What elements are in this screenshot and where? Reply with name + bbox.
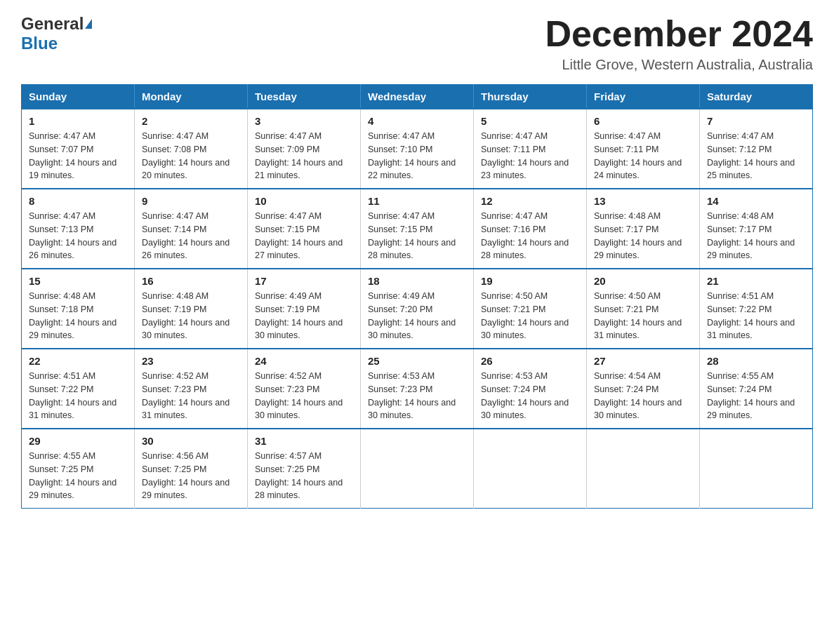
day-cell: 11 Sunrise: 4:47 AMSunset: 7:15 PMDaylig… <box>361 189 474 269</box>
week-row-4: 22 Sunrise: 4:51 AMSunset: 7:22 PMDaylig… <box>22 349 813 429</box>
day-number: 27 <box>594 355 692 367</box>
day-number: 24 <box>255 355 353 367</box>
logo: General Blue <box>21 14 92 53</box>
day-cell: 3 Sunrise: 4:47 AMSunset: 7:09 PMDayligh… <box>248 109 361 189</box>
day-number: 14 <box>707 195 805 207</box>
day-number: 13 <box>594 195 692 207</box>
day-cell: 20 Sunrise: 4:50 AMSunset: 7:21 PMDaylig… <box>587 269 700 349</box>
day-info: Sunrise: 4:52 AMSunset: 7:23 PMDaylight:… <box>142 371 230 420</box>
day-info: Sunrise: 4:47 AMSunset: 7:12 PMDaylight:… <box>707 131 795 180</box>
day-cell: 31 Sunrise: 4:57 AMSunset: 7:25 PMDaylig… <box>248 429 361 509</box>
day-number: 16 <box>142 275 240 287</box>
day-info: Sunrise: 4:57 AMSunset: 7:25 PMDaylight:… <box>255 451 343 500</box>
logo-text-general: General <box>21 14 84 34</box>
day-cell: 17 Sunrise: 4:49 AMSunset: 7:19 PMDaylig… <box>248 269 361 349</box>
day-number: 1 <box>29 115 127 127</box>
day-number: 4 <box>368 115 466 127</box>
col-wednesday: Wednesday <box>361 85 474 109</box>
day-cell: 24 Sunrise: 4:52 AMSunset: 7:23 PMDaylig… <box>248 349 361 429</box>
day-info: Sunrise: 4:51 AMSunset: 7:22 PMDaylight:… <box>707 291 795 340</box>
day-number: 28 <box>707 355 805 367</box>
day-info: Sunrise: 4:48 AMSunset: 7:18 PMDaylight:… <box>29 291 117 340</box>
day-cell: 21 Sunrise: 4:51 AMSunset: 7:22 PMDaylig… <box>700 269 813 349</box>
day-number: 15 <box>29 275 127 287</box>
page-header: General Blue December 2024 Little Grove,… <box>21 14 813 73</box>
day-info: Sunrise: 4:51 AMSunset: 7:22 PMDaylight:… <box>29 371 117 420</box>
day-number: 18 <box>368 275 466 287</box>
day-cell: 29 Sunrise: 4:55 AMSunset: 7:25 PMDaylig… <box>22 429 135 509</box>
day-cell: 23 Sunrise: 4:52 AMSunset: 7:23 PMDaylig… <box>135 349 248 429</box>
location-subtitle: Little Grove, Western Australia, Austral… <box>545 57 813 73</box>
day-cell: 10 Sunrise: 4:47 AMSunset: 7:15 PMDaylig… <box>248 189 361 269</box>
day-cell: 4 Sunrise: 4:47 AMSunset: 7:10 PMDayligh… <box>361 109 474 189</box>
day-info: Sunrise: 4:48 AMSunset: 7:17 PMDaylight:… <box>707 211 795 260</box>
day-cell: 12 Sunrise: 4:47 AMSunset: 7:16 PMDaylig… <box>474 189 587 269</box>
col-monday: Monday <box>135 85 248 109</box>
month-title: December 2024 <box>545 14 813 54</box>
day-info: Sunrise: 4:54 AMSunset: 7:24 PMDaylight:… <box>594 371 682 420</box>
day-info: Sunrise: 4:49 AMSunset: 7:19 PMDaylight:… <box>255 291 343 340</box>
day-cell <box>700 429 813 509</box>
day-cell: 14 Sunrise: 4:48 AMSunset: 7:17 PMDaylig… <box>700 189 813 269</box>
day-info: Sunrise: 4:53 AMSunset: 7:24 PMDaylight:… <box>481 371 569 420</box>
col-friday: Friday <box>587 85 700 109</box>
day-number: 19 <box>481 275 579 287</box>
day-cell: 22 Sunrise: 4:51 AMSunset: 7:22 PMDaylig… <box>22 349 135 429</box>
day-cell: 15 Sunrise: 4:48 AMSunset: 7:18 PMDaylig… <box>22 269 135 349</box>
day-number: 29 <box>29 435 127 447</box>
day-cell: 18 Sunrise: 4:49 AMSunset: 7:20 PMDaylig… <box>361 269 474 349</box>
day-cell: 13 Sunrise: 4:48 AMSunset: 7:17 PMDaylig… <box>587 189 700 269</box>
title-area: December 2024 Little Grove, Western Aust… <box>545 14 813 73</box>
day-number: 26 <box>481 355 579 367</box>
day-info: Sunrise: 4:47 AMSunset: 7:13 PMDaylight:… <box>29 211 117 260</box>
day-cell: 25 Sunrise: 4:53 AMSunset: 7:23 PMDaylig… <box>361 349 474 429</box>
week-row-1: 1 Sunrise: 4:47 AMSunset: 7:07 PMDayligh… <box>22 109 813 189</box>
day-info: Sunrise: 4:47 AMSunset: 7:11 PMDaylight:… <box>481 131 569 180</box>
day-info: Sunrise: 4:47 AMSunset: 7:15 PMDaylight:… <box>368 211 456 260</box>
day-info: Sunrise: 4:47 AMSunset: 7:10 PMDaylight:… <box>368 131 456 180</box>
day-number: 5 <box>481 115 579 127</box>
day-number: 11 <box>368 195 466 207</box>
day-info: Sunrise: 4:55 AMSunset: 7:24 PMDaylight:… <box>707 371 795 420</box>
day-cell: 19 Sunrise: 4:50 AMSunset: 7:21 PMDaylig… <box>474 269 587 349</box>
day-cell: 26 Sunrise: 4:53 AMSunset: 7:24 PMDaylig… <box>474 349 587 429</box>
day-info: Sunrise: 4:47 AMSunset: 7:08 PMDaylight:… <box>142 131 230 180</box>
day-cell: 8 Sunrise: 4:47 AMSunset: 7:13 PMDayligh… <box>22 189 135 269</box>
day-info: Sunrise: 4:47 AMSunset: 7:11 PMDaylight:… <box>594 131 682 180</box>
day-info: Sunrise: 4:48 AMSunset: 7:17 PMDaylight:… <box>594 211 682 260</box>
day-cell: 2 Sunrise: 4:47 AMSunset: 7:08 PMDayligh… <box>135 109 248 189</box>
day-info: Sunrise: 4:47 AMSunset: 7:07 PMDaylight:… <box>29 131 117 180</box>
day-number: 30 <box>142 435 240 447</box>
logo-text-blue: Blue <box>21 34 58 53</box>
col-sunday: Sunday <box>22 85 135 109</box>
day-info: Sunrise: 4:50 AMSunset: 7:21 PMDaylight:… <box>481 291 569 340</box>
day-number: 7 <box>707 115 805 127</box>
calendar-header-row: Sunday Monday Tuesday Wednesday Thursday… <box>22 85 813 109</box>
day-cell: 28 Sunrise: 4:55 AMSunset: 7:24 PMDaylig… <box>700 349 813 429</box>
day-number: 6 <box>594 115 692 127</box>
day-cell: 7 Sunrise: 4:47 AMSunset: 7:12 PMDayligh… <box>700 109 813 189</box>
day-info: Sunrise: 4:56 AMSunset: 7:25 PMDaylight:… <box>142 451 230 500</box>
day-info: Sunrise: 4:53 AMSunset: 7:23 PMDaylight:… <box>368 371 456 420</box>
day-number: 3 <box>255 115 353 127</box>
day-info: Sunrise: 4:49 AMSunset: 7:20 PMDaylight:… <box>368 291 456 340</box>
col-tuesday: Tuesday <box>248 85 361 109</box>
week-row-2: 8 Sunrise: 4:47 AMSunset: 7:13 PMDayligh… <box>22 189 813 269</box>
week-row-5: 29 Sunrise: 4:55 AMSunset: 7:25 PMDaylig… <box>22 429 813 509</box>
day-cell: 9 Sunrise: 4:47 AMSunset: 7:14 PMDayligh… <box>135 189 248 269</box>
day-number: 23 <box>142 355 240 367</box>
logo-triangle-icon <box>85 19 92 29</box>
day-info: Sunrise: 4:47 AMSunset: 7:14 PMDaylight:… <box>142 211 230 260</box>
day-number: 20 <box>594 275 692 287</box>
day-cell: 6 Sunrise: 4:47 AMSunset: 7:11 PMDayligh… <box>587 109 700 189</box>
day-number: 25 <box>368 355 466 367</box>
day-cell: 5 Sunrise: 4:47 AMSunset: 7:11 PMDayligh… <box>474 109 587 189</box>
day-info: Sunrise: 4:47 AMSunset: 7:09 PMDaylight:… <box>255 131 343 180</box>
week-row-3: 15 Sunrise: 4:48 AMSunset: 7:18 PMDaylig… <box>22 269 813 349</box>
day-info: Sunrise: 4:47 AMSunset: 7:16 PMDaylight:… <box>481 211 569 260</box>
day-number: 2 <box>142 115 240 127</box>
day-cell: 16 Sunrise: 4:48 AMSunset: 7:19 PMDaylig… <box>135 269 248 349</box>
day-cell <box>361 429 474 509</box>
day-cell: 30 Sunrise: 4:56 AMSunset: 7:25 PMDaylig… <box>135 429 248 509</box>
col-thursday: Thursday <box>474 85 587 109</box>
